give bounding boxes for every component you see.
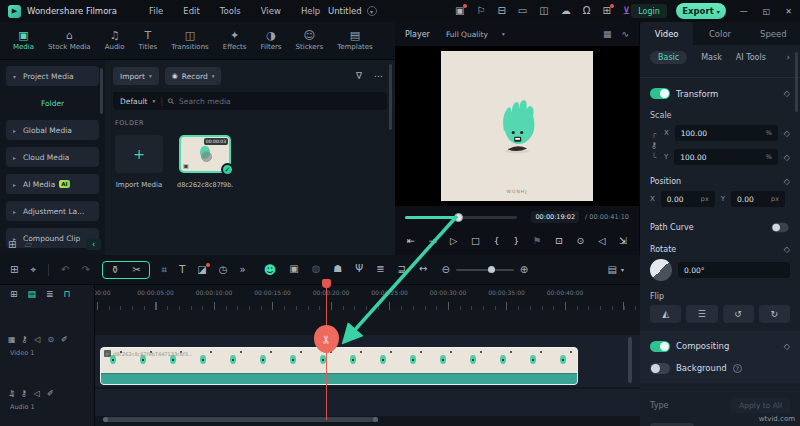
keyframe-icon[interactable]: ◇ xyxy=(784,129,790,138)
sequence-icon[interactable]: ≣ xyxy=(376,264,384,276)
fullscreen-icon[interactable]: ⇲ xyxy=(619,235,627,246)
sidebar-item-project-media[interactable]: ▾ Project Media xyxy=(6,66,99,86)
effects-shield-icon[interactable]: ☗ xyxy=(333,264,342,276)
screen-record-icon[interactable]: ▣ xyxy=(289,264,298,276)
flip-vertical-icon[interactable]: ☰ xyxy=(686,305,717,323)
mask-tool-icon[interactable]: ◪ xyxy=(197,265,206,275)
record-dropdown[interactable]: ◉ Record ▾ xyxy=(165,67,222,85)
sidebar-item-adjustment-layer[interactable]: ▸ Adjustment La... xyxy=(6,201,99,221)
flip-horizontal-icon[interactable]: ◭ xyxy=(650,305,681,323)
position-y-input[interactable]: 0.00 px xyxy=(731,191,785,207)
speed-tool-icon[interactable]: ◷ xyxy=(219,265,228,275)
add-track-icon[interactable]: ⊞ xyxy=(10,289,18,299)
properties-scrollbar[interactable] xyxy=(795,52,798,112)
sidebar-item-ai-media[interactable]: ▸ AI Media AI xyxy=(6,174,99,194)
cloud-icon[interactable]: ☁ xyxy=(561,6,571,16)
import-dropdown[interactable]: Import ▾ xyxy=(113,67,159,85)
subtab-mask[interactable]: Mask xyxy=(701,53,722,62)
scope-icon[interactable]: ∿ xyxy=(621,29,629,39)
audio-track-lane[interactable] xyxy=(95,389,640,416)
mark-out-icon[interactable]: } xyxy=(513,235,519,246)
scale-y-input[interactable]: 100.00 % xyxy=(674,149,778,165)
zoom-slider-handle[interactable] xyxy=(488,266,495,273)
subtab-basic[interactable]: Basic xyxy=(650,51,687,64)
menu-item[interactable]: View xyxy=(261,6,281,16)
audio-track-icon[interactable]: ♫1 xyxy=(8,389,14,398)
quality-dropdown[interactable]: Full Quality ▾ xyxy=(446,30,505,39)
play-icon[interactable]: ▷ xyxy=(450,235,457,246)
help-icon[interactable]: ? xyxy=(733,364,742,373)
cart-icon[interactable]: ⊻ xyxy=(623,6,630,16)
tab-titles[interactable]: T Titles xyxy=(132,30,165,51)
mark-in-icon[interactable]: { xyxy=(494,235,500,246)
timeline-vertical-scrollbar[interactable] xyxy=(628,337,632,383)
tab-video[interactable]: Video xyxy=(640,22,693,45)
redo-icon[interactable]: ↷ xyxy=(81,265,89,275)
tab-stock-media[interactable]: ⌂ Stock Media xyxy=(41,30,98,51)
volume-icon[interactable]: ◁ xyxy=(598,235,605,246)
fit-timeline-icon[interactable]: ↔ xyxy=(419,264,427,276)
render-preview-icon[interactable]: ◍ xyxy=(312,264,321,276)
compositing-toggle[interactable] xyxy=(650,341,670,352)
apply-to-all-button[interactable]: Apply to All xyxy=(731,398,790,413)
hide-track-icon[interactable]: ⊙ xyxy=(47,335,54,344)
save-icon[interactable]: ◫ xyxy=(539,6,548,16)
tab-color[interactable]: Color xyxy=(693,22,746,45)
export-clip-icon[interactable]: ⊒ xyxy=(398,264,406,276)
preview-canvas[interactable]: WONHJ xyxy=(441,51,593,201)
rotate-dial[interactable] xyxy=(650,259,672,281)
keyframe-icon[interactable]: ◇ xyxy=(784,153,790,162)
project-caret-icon[interactable]: ▾ xyxy=(367,6,377,16)
display-icon[interactable]: ⊡ xyxy=(555,235,563,246)
rotate-ccw-icon[interactable]: ↺ xyxy=(723,305,754,323)
more-tools-icon[interactable]: » xyxy=(240,265,246,275)
marker-icon[interactable]: ⚑ xyxy=(533,235,542,246)
horizontal-scrollbar[interactable] xyxy=(103,417,378,422)
lock-icon[interactable]: ⚷ xyxy=(21,389,27,398)
scale-x-input[interactable]: 100.00 % xyxy=(675,125,778,141)
mute-icon[interactable]: ◁ xyxy=(34,335,40,344)
seek-bar[interactable] xyxy=(405,216,517,219)
menu-item[interactable]: Help xyxy=(301,6,320,16)
tab-effects[interactable]: ✦ Effects xyxy=(216,30,254,51)
wand-icon[interactable]: ✐ xyxy=(61,335,68,344)
keyframe-icon[interactable]: ◇ xyxy=(784,89,790,98)
next-frame-icon[interactable]: ⇥ xyxy=(429,235,437,246)
crop-icon[interactable]: ⌗ xyxy=(162,265,168,275)
video-track-icon[interactable]: ▦1 xyxy=(8,335,14,344)
zoom-in-icon[interactable]: ⊕ xyxy=(520,265,528,275)
layout-grid-icon[interactable]: ⊞ xyxy=(10,265,18,275)
login-button[interactable]: Login xyxy=(631,4,667,18)
tab-transitions[interactable]: ◫ Transitions xyxy=(164,30,216,51)
timeline-zoom-slider[interactable] xyxy=(456,269,514,271)
layers-icon[interactable]: ≣ xyxy=(46,289,54,299)
menu-item[interactable]: File xyxy=(149,6,163,16)
folder-icon[interactable]: ▱ xyxy=(24,239,32,250)
sidebar-item-folder[interactable]: Folder xyxy=(6,93,99,113)
filter-icon[interactable]: ∇ xyxy=(356,71,362,81)
seek-handle[interactable] xyxy=(454,213,463,222)
chevron-down-icon[interactable]: ▾ xyxy=(621,267,624,273)
tab-audio[interactable]: ♫ Audio xyxy=(98,30,132,51)
voiceover-mic-icon[interactable]: Ψ xyxy=(355,264,363,276)
close-icon[interactable]: ✕ xyxy=(785,7,792,16)
background-toggle[interactable] xyxy=(650,363,670,374)
wand-icon[interactable]: ✐ xyxy=(47,389,54,398)
tab-stickers[interactable]: ☺ Stickers xyxy=(289,30,331,51)
apps-grid-icon[interactable]: ⊞ xyxy=(602,6,610,16)
ai-portrait-icon[interactable]: ☻ xyxy=(264,264,277,276)
collapse-sidebar-button[interactable]: ‹ xyxy=(86,238,101,250)
mute-icon[interactable]: ◁ xyxy=(34,389,40,398)
sidebar-item-global-media[interactable]: ▸ Global Media xyxy=(6,120,99,140)
stop-icon[interactable]: □ xyxy=(471,235,480,246)
multi-view-icon[interactable]: ▦ xyxy=(603,29,612,39)
sidebar-scrollbar[interactable] xyxy=(100,68,103,114)
sort-dropdown[interactable]: Default xyxy=(120,97,147,106)
chevron-right-icon[interactable]: › xyxy=(786,52,790,62)
tab-filters[interactable]: ◑ Filters xyxy=(254,30,289,51)
keyframe-icon[interactable]: ◇ xyxy=(784,245,790,254)
magnet-icon[interactable]: ⊓ xyxy=(64,289,71,299)
tab-templates[interactable]: ▤ Templates xyxy=(330,30,380,51)
more-icon[interactable]: ⋯ xyxy=(374,71,383,81)
media-clip-tile[interactable]: 00:00:03 ▣ ✓ xyxy=(179,135,231,173)
